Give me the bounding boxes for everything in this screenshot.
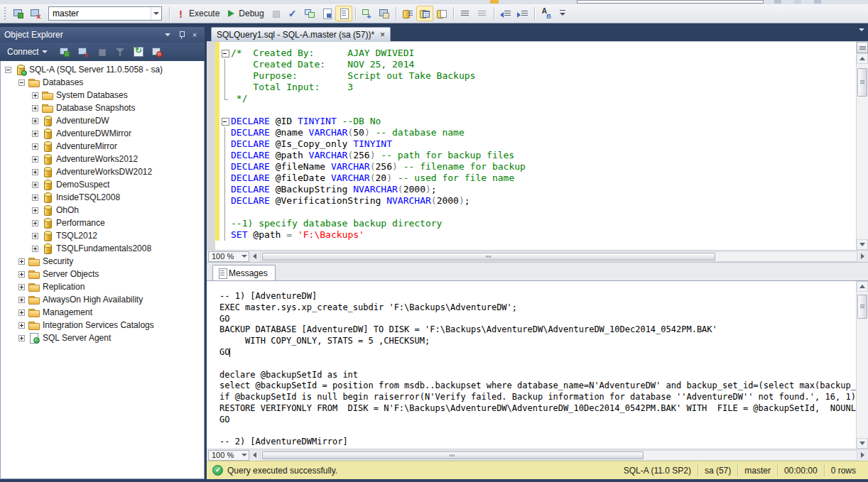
chevron-down-icon[interactable] [239,454,249,456]
include-actual-plan-button[interactable] [359,6,376,21]
tree-item[interactable]: System Databases [1,89,204,102]
expand-icon[interactable] [18,297,25,303]
tree-item[interactable]: SQL-A (SQL Server 11.0.5058 - sa) [1,63,204,76]
intellisense-enabled-button[interactable] [335,6,352,21]
expand-icon[interactable] [32,143,38,150]
expand-icon[interactable] [32,182,38,188]
tree-item[interactable]: AdventureWorks2012 [1,153,204,165]
editor-zoom-combobox[interactable]: 100 % [208,251,249,262]
object-explorer-tree[interactable]: SQL-A (SQL Server 11.0.5058 - sa)Databas… [0,61,205,479]
expand-icon[interactable] [18,271,25,278]
editor-content[interactable]: /* Created By: AJAY DWIVEDI Created Date… [207,42,856,250]
expand-icon[interactable] [32,207,38,214]
tree-item[interactable]: Integration Services Catalogs [1,319,204,332]
debug-button[interactable]: Debug [222,6,266,21]
editor-vertical-scrollbar[interactable] [856,42,868,250]
messages-vscroll-thumb[interactable] [857,295,867,319]
scroll-down-icon[interactable] [857,239,868,250]
tree-item[interactable]: Security [1,255,204,268]
expand-icon[interactable] [32,156,38,163]
collapse-icon[interactable] [18,80,25,86]
tree-item[interactable]: SQL Server Agent [1,332,204,344]
tree-item[interactable]: Server Objects [1,268,204,280]
messages-vscroll-track[interactable] [857,292,868,438]
messages-vertical-scrollbar[interactable] [856,281,868,449]
editor-hscroll-track[interactable] [260,251,857,262]
splitter-handle-icon[interactable] [857,42,868,53]
expand-icon[interactable] [32,105,38,111]
connect-object-button[interactable] [56,44,73,60]
display-estimated-plan-button[interactable] [301,6,318,21]
toolbar-options-button[interactable] [555,6,572,21]
scroll-right-icon[interactable] [857,251,868,262]
tree-item[interactable]: Performance [1,217,204,229]
results-to-grid-button[interactable] [416,6,433,21]
tree-item[interactable]: AlwaysOn High Availability [1,293,204,306]
toolbar-grip[interactable] [4,7,7,20]
expand-icon[interactable] [32,220,38,226]
messages-hscroll-track[interactable] [260,450,857,461]
auto-hide-pin-icon[interactable] [175,30,187,40]
tree-item[interactable]: TSQL2012 [1,229,204,242]
editor-vscroll-thumb[interactable] [857,68,867,97]
tree-item[interactable]: OhOh [1,204,204,217]
uncomment-selection-button[interactable] [474,6,491,21]
scroll-up-icon[interactable] [857,53,868,64]
increase-indent-button[interactable] [514,6,531,21]
close-icon[interactable]: × [189,30,200,40]
expand-icon[interactable] [18,322,25,329]
results-to-file-button[interactable] [433,6,450,21]
connect-button[interactable]: Connect [4,45,50,59]
tree-item[interactable]: AdventureDWMirror [1,127,204,140]
expand-icon[interactable] [32,233,38,239]
tree-item[interactable]: AdventureMirror [1,140,204,153]
tree-item[interactable]: DemoSuspect [1,178,204,191]
messages-tab[interactable]: Messages [212,265,276,280]
expand-icon[interactable] [18,284,25,290]
expand-icon[interactable] [32,131,38,137]
editor-vscroll-track[interactable] [857,64,868,239]
decrease-indent-button[interactable] [497,6,514,21]
query-editor[interactable]: /* Created By: AJAY DWIVEDI Created Date… [207,41,868,250]
scroll-down-icon[interactable] [857,438,868,449]
messages-content[interactable]: -- 1) [AdventureDW]EXEC master.sys.xp_cr… [207,281,856,449]
expand-icon[interactable] [32,118,38,124]
close-tab-icon[interactable]: × [380,31,385,39]
query-tab[interactable]: SQLQuery1.sql - SQL-A.master (sa (57))* … [211,27,391,41]
expand-icon[interactable] [32,169,38,175]
parse-query-button[interactable] [284,6,301,21]
tree-item[interactable]: Database Snapshots [1,102,204,114]
collapse-icon[interactable] [5,67,11,73]
window-position-icon[interactable] [162,30,173,40]
scroll-right-icon[interactable] [857,450,868,461]
specify-template-values-button[interactable] [538,6,555,21]
tree-item[interactable]: Management [1,306,204,319]
results-to-text-button[interactable] [399,6,416,21]
database-combobox[interactable]: master [48,6,162,21]
messages-zoom-combobox[interactable]: 100 % [208,450,249,461]
scroll-up-icon[interactable] [857,281,868,292]
disconnect-button[interactable] [27,6,44,21]
fold-collapse-icon[interactable] [219,116,231,127]
tree-item[interactable]: TSQLFundamentals2008 [1,242,204,255]
chevron-down-icon[interactable] [239,255,249,258]
tree-item[interactable]: Databases [1,76,204,89]
expand-icon[interactable] [32,195,38,201]
editor-hscroll-thumb[interactable] [262,253,715,261]
fold-collapse-icon[interactable] [219,48,231,59]
include-client-statistics-button[interactable] [376,6,393,21]
chevron-down-icon[interactable] [151,7,161,20]
tree-item[interactable]: Replication [1,280,204,293]
active-files-dropdown-icon[interactable] [859,31,864,41]
messages-pane[interactable]: -- 1) [AdventureDW]EXEC master.sys.xp_cr… [207,280,868,449]
tree-item[interactable]: AdventureWorksDW2012 [1,165,204,178]
expand-icon[interactable] [18,335,25,341]
expand-icon[interactable] [32,92,38,99]
refresh-button[interactable] [130,44,147,60]
messages-hscroll-thumb[interactable] [262,451,644,459]
disconnect-object-button[interactable] [75,44,92,60]
comment-selection-button[interactable] [457,6,474,21]
execute-button[interactable]: Execute [173,6,222,21]
connect-button[interactable] [10,6,27,21]
expand-icon[interactable] [18,258,25,265]
